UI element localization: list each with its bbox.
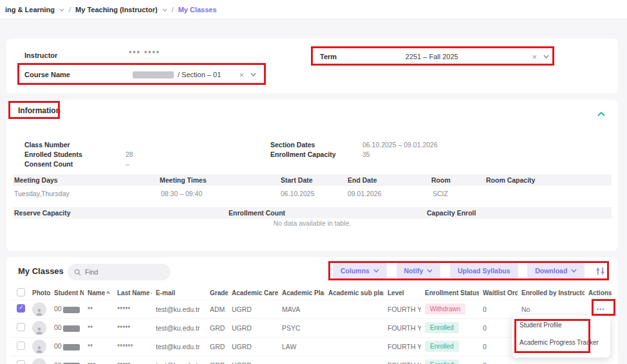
chevron-down-icon[interactable] xyxy=(59,8,64,12)
level-cell: FOURTH YEAR xyxy=(384,318,421,337)
course-name-select[interactable]: Course Name / Section – 01 × xyxy=(17,66,264,84)
grade-base-cell: GRD xyxy=(206,337,228,356)
instructor-value: *** **** xyxy=(129,50,160,57)
enrollment-status-cell: Withdrawn xyxy=(421,300,479,318)
row-actions-button[interactable]: ⋯ xyxy=(596,304,605,314)
search-box[interactable] xyxy=(68,264,171,280)
menu-item-student-profile[interactable]: Student Profile xyxy=(519,322,610,339)
filters-card: Instructor *** **** Term 2251 – Fall 202… xyxy=(6,39,618,93)
columns-button[interactable]: Columns xyxy=(333,263,387,278)
redacted-course-code xyxy=(133,71,174,78)
academic-sub-plan-column-header: Academic sub plan xyxy=(324,287,384,300)
email-cell: test@ku.edu.tr xyxy=(152,318,206,337)
clear-icon[interactable]: × xyxy=(532,53,537,61)
select-all-checkbox[interactable] xyxy=(17,288,25,296)
breadcrumb-separator: / xyxy=(69,6,71,14)
status-badge: Enrolled xyxy=(425,322,459,333)
chevron-down-icon[interactable] xyxy=(543,55,549,59)
reserve-capacity-header: Reserve Capacity xyxy=(14,209,71,217)
avatar xyxy=(32,302,46,316)
last-name-header-label: Last Name xyxy=(117,289,150,296)
name-cell: *** xyxy=(84,356,113,364)
table-toolbar: Columns Notify Upload Syllabus Download xyxy=(333,263,606,278)
student-no-text: 00 xyxy=(54,323,62,331)
enrollment-status-column-header: Enrollment Status xyxy=(421,287,479,300)
upload-syllabus-button[interactable]: Upload Syllabus xyxy=(450,263,518,278)
email-cell: test@ku.edu.tr xyxy=(152,356,206,364)
row-actions-button[interactable]: ⋯ xyxy=(596,360,605,364)
chevron-down-icon xyxy=(571,269,577,273)
name-cell: ** xyxy=(84,318,113,337)
sort-asc-icon[interactable]: ^ xyxy=(106,290,109,296)
last-name-column-header[interactable]: Last Name^ xyxy=(113,287,152,300)
sort-asc-icon[interactable]: ^ xyxy=(151,290,152,296)
table-settings-button[interactable] xyxy=(594,266,606,276)
class-number-label: Class Number xyxy=(24,141,70,149)
student-no-text: 00 xyxy=(54,305,62,313)
waitlist-order-cell: 0 xyxy=(479,356,518,364)
breadcrumb-item-my-teaching[interactable]: My Teaching (Instructor) xyxy=(75,6,158,14)
last-name-cell: ****** xyxy=(113,337,152,356)
student-no-cell: 00 xyxy=(50,356,84,364)
row-checkbox[interactable] xyxy=(17,323,25,331)
notify-button[interactable]: Notify xyxy=(397,263,441,278)
student-no-cell: 00 xyxy=(50,318,84,337)
enrollment-status-cell: Enrolled xyxy=(421,337,479,356)
table-header-row: Photo Student No Name^ Last Name^ E-mail… xyxy=(10,287,612,300)
enrollment-capacity-value: 35 xyxy=(362,150,370,158)
meeting-days-header: Meeting Days xyxy=(14,176,58,184)
redacted-student-no xyxy=(63,325,80,332)
meeting-times-header: Meeting Times xyxy=(160,176,207,184)
section-dates-value: 06.10.2025 – 09.01.2026 xyxy=(362,141,438,149)
chevron-down-icon[interactable] xyxy=(162,8,167,12)
name-column-header[interactable]: Name^ xyxy=(84,287,113,300)
consent-count-value: – xyxy=(126,160,129,168)
instructor-label: Instructor xyxy=(24,51,57,59)
menu-item-academic-progress-tracker[interactable]: Academic Progress Tracker xyxy=(519,339,610,356)
collapse-section-button[interactable] xyxy=(597,109,605,118)
last-name-cell: ***** xyxy=(113,300,152,318)
email-cell: test@ku.edu.tr xyxy=(152,300,206,318)
academic-sub-plan-cell xyxy=(324,356,384,364)
grade-base-cell: ADM xyxy=(206,300,228,318)
grade-base-column-header: Grade Base xyxy=(206,287,228,300)
start-date-value: 06.10.2025 xyxy=(281,190,315,197)
clear-icon[interactable]: × xyxy=(239,71,244,79)
name-cell: ** xyxy=(84,337,113,356)
level-cell: FOURTH YEAR xyxy=(384,337,421,356)
room-value: SCIZ xyxy=(433,190,448,197)
row-checkbox[interactable] xyxy=(17,304,25,313)
row-checkbox[interactable] xyxy=(17,341,25,350)
chevron-down-icon xyxy=(427,269,433,273)
screen: ing & Learning / My Teaching (Instructor… xyxy=(0,0,627,364)
row-checkbox[interactable] xyxy=(17,360,25,364)
course-name-value: / Section – 01 xyxy=(178,71,221,78)
person-icon xyxy=(35,307,44,316)
redacted-student-no xyxy=(63,307,80,313)
upload-syllabus-button-label: Upload Syllabus xyxy=(458,267,510,275)
search-icon xyxy=(74,269,81,276)
academic-plan-cell: MAVA xyxy=(278,300,324,318)
consent-count-label: Consent Count xyxy=(24,160,73,168)
status-badge: Enrolled xyxy=(425,341,459,352)
grade-base-cell: GRD xyxy=(206,356,228,364)
redacted-student-no xyxy=(63,344,80,350)
person-icon xyxy=(35,326,44,335)
academic-plan-cell: PSYC xyxy=(278,318,324,337)
row-actions-menu: Student Profile Academic Progress Tracke… xyxy=(512,315,610,358)
search-input[interactable] xyxy=(85,268,156,276)
avatar xyxy=(32,321,46,335)
academic-career-cell: UGRD xyxy=(228,356,278,364)
breadcrumb-item-teaching-learning[interactable]: ing & Learning xyxy=(5,6,55,14)
course-name-label: Course Name xyxy=(24,71,133,78)
chevron-down-icon[interactable] xyxy=(250,73,256,77)
academic-plan-column-header: Academic Plan xyxy=(278,287,324,300)
last-name-cell: ***** xyxy=(113,318,152,337)
academic-plan-cell xyxy=(278,356,324,364)
download-button[interactable]: Download xyxy=(527,263,585,278)
grade-base-cell: GRD xyxy=(206,318,228,337)
email-column-header: E-mail xyxy=(152,287,206,300)
term-select[interactable]: Term 2251 – Fall 2025 × xyxy=(312,48,557,65)
breadcrumb-item-my-classes[interactable]: My Classes xyxy=(178,6,217,14)
person-icon xyxy=(35,345,44,354)
